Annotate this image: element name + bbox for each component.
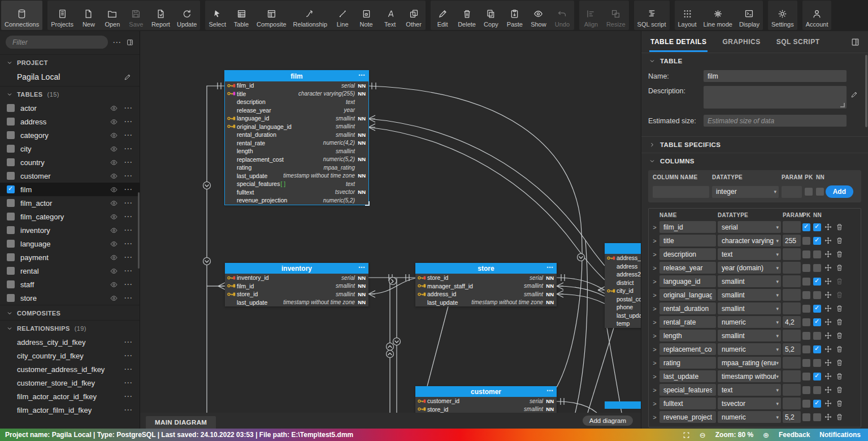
visibility-icon[interactable] (110, 226, 118, 235)
visibility-icon[interactable] (110, 213, 118, 221)
table-checkbox[interactable] (7, 131, 15, 139)
fullscreen-icon[interactable] (683, 431, 690, 439)
edit-project-icon[interactable] (123, 73, 132, 81)
datatype-select[interactable]: numeric▾ (718, 343, 781, 355)
table-menu-icon[interactable]: ⋯ (358, 263, 366, 271)
table-menu-icon[interactable]: ⋯ (546, 263, 554, 271)
sidebar-relationship-film_actor_actor_id_fkey[interactable]: film_actor_actor_id_fkey⋯ (0, 390, 140, 403)
pk-checkbox[interactable] (802, 237, 810, 245)
pk-checkbox[interactable] (802, 223, 810, 231)
delete-icon[interactable] (835, 236, 844, 245)
delete-icon[interactable] (835, 291, 844, 299)
panel-columns-icon[interactable] (850, 37, 860, 47)
visibility-icon[interactable] (110, 185, 118, 194)
move-icon[interactable] (824, 250, 832, 258)
table-header-film[interactable]: film⋯ (225, 71, 368, 81)
column-name-input[interactable] (659, 248, 716, 260)
tool-text[interactable]: Text (378, 1, 402, 30)
sidebar-relationship-customer_address_id_fkey[interactable]: customer_address_id_fkey⋯ (0, 362, 140, 376)
new-column-param-input[interactable] (782, 186, 802, 198)
param-input[interactable] (783, 302, 801, 314)
param-input[interactable] (783, 370, 801, 382)
param-input[interactable] (783, 357, 801, 369)
tool-report[interactable]: Report (148, 1, 173, 30)
column-name-input[interactable] (659, 316, 716, 328)
tool-save[interactable]: Save (124, 1, 148, 30)
pk-checkbox[interactable] (802, 318, 810, 326)
table-header-store[interactable]: store⋯ (415, 263, 557, 274)
delete-icon[interactable] (835, 358, 844, 367)
new-pk-checkbox[interactable] (805, 188, 813, 196)
tab-sql-script[interactable]: SQL SCRIPT (775, 32, 821, 52)
datatype-select[interactable]: smallint▾ (718, 289, 781, 301)
new-column-datatype-select[interactable]: integer ▾ (712, 186, 779, 198)
tool-undo[interactable]: Undo (550, 1, 574, 30)
more-options-icon[interactable]: ⋯ (124, 339, 133, 345)
visibility-icon[interactable] (110, 294, 118, 302)
tool-new[interactable]: New (77, 1, 101, 30)
more-options-icon[interactable]: ⋯ (124, 268, 133, 274)
pk-checkbox[interactable] (802, 291, 810, 299)
column-name-input[interactable] (659, 262, 716, 274)
row-expand-chevron[interactable]: > (652, 305, 658, 312)
table-checkbox[interactable] (7, 104, 15, 112)
table-checkbox[interactable] (7, 294, 15, 302)
nn-checkbox[interactable] (813, 373, 821, 381)
visibility-icon[interactable] (110, 199, 118, 207)
tool-resize[interactable]: Resize (603, 1, 629, 30)
resize-handle[interactable] (365, 201, 370, 206)
column-name-input[interactable] (659, 384, 716, 396)
notifications-link[interactable]: Notifications (819, 431, 861, 439)
partial-table-header[interactable] (605, 401, 641, 409)
delete-icon[interactable] (835, 304, 844, 313)
datatype-select[interactable]: character varying▾ (718, 235, 781, 247)
tool-line[interactable]: Line (331, 1, 354, 30)
more-options-icon[interactable]: ⋯ (124, 214, 133, 219)
nn-checkbox[interactable] (813, 400, 821, 408)
nn-checkbox[interactable] (813, 250, 821, 258)
row-expand-chevron[interactable]: > (652, 400, 658, 407)
param-input[interactable] (783, 316, 801, 328)
column-name-input[interactable] (659, 411, 716, 423)
more-options-icon[interactable]: ⋯ (124, 200, 133, 206)
delete-icon[interactable] (835, 331, 844, 340)
row-expand-chevron[interactable]: > (652, 373, 658, 380)
move-icon[interactable] (824, 277, 832, 286)
visibility-icon[interactable] (110, 158, 118, 167)
datatype-select[interactable]: numeric▾ (718, 316, 781, 328)
description-textarea[interactable] (704, 86, 847, 109)
datatype-select[interactable]: year (domain)▾ (718, 262, 781, 274)
sidebar-item-city[interactable]: city⋯ (0, 142, 140, 155)
tab-graphics[interactable]: GRAPHICS (721, 32, 761, 52)
add-column-button[interactable]: Add (826, 185, 853, 198)
tool-display[interactable]: Display (736, 1, 763, 30)
pk-checkbox[interactable] (802, 264, 810, 272)
row-expand-chevron[interactable]: > (652, 414, 658, 421)
nn-checkbox[interactable] (813, 345, 821, 353)
section-composites[interactable]: COMPOSITES (0, 305, 140, 320)
move-icon[interactable] (824, 345, 832, 353)
nn-checkbox[interactable] (813, 223, 821, 231)
param-input[interactable] (783, 235, 801, 247)
section-table[interactable]: TABLE (641, 53, 868, 69)
more-options-icon[interactable]: ⋯ (124, 407, 133, 413)
zoom-in-icon[interactable]: ⊕ (763, 431, 769, 439)
tool-update[interactable]: Update (173, 1, 200, 30)
more-options-icon[interactable]: ⋯ (124, 146, 133, 152)
table-checkbox[interactable] (7, 226, 15, 234)
visibility-icon[interactable] (110, 145, 118, 153)
tool-layout[interactable]: Layout (675, 1, 700, 30)
table-menu-icon[interactable]: ⋯ (358, 71, 366, 79)
sidebar-item-category[interactable]: category⋯ (0, 128, 140, 142)
datatype-select[interactable]: text▾ (718, 384, 781, 396)
row-expand-chevron[interactable]: > (652, 237, 658, 244)
row-expand-chevron[interactable]: > (652, 265, 658, 271)
tool-composite[interactable]: Composite (253, 1, 290, 30)
tool-sql-script[interactable]: SQL script (634, 1, 670, 30)
column-name-input[interactable] (659, 221, 716, 233)
section-project[interactable]: PROJECT (0, 54, 140, 70)
move-icon[interactable] (824, 236, 832, 245)
table-header-customer[interactable]: customer⋯ (415, 386, 557, 397)
tool-edit[interactable]: Edit (431, 1, 454, 30)
delete-icon[interactable] (835, 318, 844, 326)
